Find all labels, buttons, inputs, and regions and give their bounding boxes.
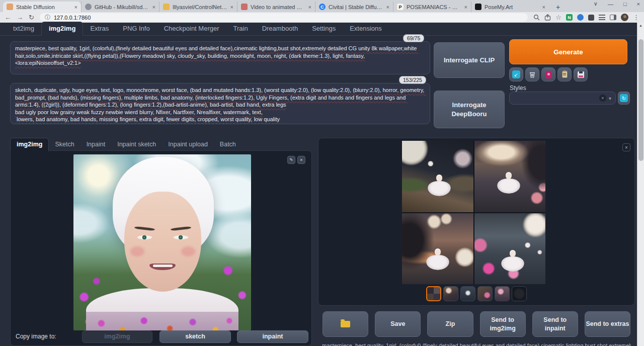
send-to-img2img-button[interactable]: Send to img2img	[480, 311, 526, 337]
paste-generation-params-button[interactable]: ↙	[509, 67, 523, 81]
tab-inpaint[interactable]: Inpaint	[80, 138, 112, 151]
tab-extensions[interactable]: Extensions	[343, 22, 389, 35]
browser-menu-icon[interactable]: ⋮	[633, 14, 639, 21]
gallery-thumbnail[interactable]	[477, 286, 493, 301]
scroll-up-arrow[interactable]: ▲	[639, 24, 642, 27]
new-tab-button[interactable]: +	[553, 2, 563, 12]
extensions-puzzle-icon[interactable]	[588, 15, 594, 21]
gallery-close-icon[interactable]: ×	[622, 143, 630, 151]
source-image[interactable]	[73, 154, 251, 330]
scrollbar-thumb[interactable]	[638, 39, 643, 161]
extra-networks-button[interactable]	[541, 67, 555, 81]
extension-blue-icon[interactable]	[577, 14, 584, 21]
zip-button[interactable]: Zip	[427, 311, 473, 337]
tab-img2img-mode[interactable]: img2img	[10, 138, 49, 151]
send-to-extras-button[interactable]: Send to extras	[585, 311, 630, 337]
tab-close-icon[interactable]: ×	[230, 4, 233, 10]
copy-to-sketch-button[interactable]: sketch	[159, 330, 231, 343]
forward-icon[interactable]: →	[17, 14, 23, 21]
tab-close-icon[interactable]: ×	[386, 4, 389, 10]
tab-settings[interactable]: Settings	[305, 22, 343, 35]
tab-close-icon[interactable]: ×	[74, 4, 77, 10]
tab-extras[interactable]: Extras	[83, 22, 116, 35]
tab-search-icon[interactable]: ∨	[594, 1, 598, 7]
gallery-thumbnail[interactable]	[495, 286, 510, 301]
civitai-favicon: C	[319, 4, 326, 10]
side-panel-icon[interactable]	[610, 15, 616, 20]
styles-clear-icon[interactable]: ×	[599, 95, 606, 102]
interrogate-clip-button[interactable]: Interrogate CLIP	[434, 42, 505, 78]
maximize-button[interactable]: □	[623, 1, 627, 7]
browser-tab-civitai[interactable]: C Civitai | Stable Diffusion model ×	[315, 2, 393, 12]
styles-dropdown[interactable]: × ▾	[509, 92, 616, 105]
browser-tab-stable-diffusion[interactable]: Stable Diffusion ×	[3, 2, 81, 12]
tab-close-icon[interactable]: ×	[464, 4, 467, 10]
img2img-mode-tabs: img2img Sketch Inpaint Inpaint sketch In…	[10, 138, 242, 151]
tab-close-icon[interactable]: ×	[308, 4, 311, 10]
browser-tab-gif-converter[interactable]: Video to animated GIF converter ×	[237, 2, 315, 12]
prompt-textarea[interactable]: masterpiece, best quality, 1girl, (color…	[10, 41, 430, 74]
reading-list-icon[interactable]	[599, 15, 605, 20]
tab-png-info[interactable]: PNG Info	[116, 22, 156, 35]
negative-prompt-textarea[interactable]: sketch, duplicate, ugly, huge eyes, text…	[10, 83, 430, 124]
browser-tab-controlnet[interactable]: Illyasviel/ControlNet at main ×	[159, 2, 237, 12]
tab-title: Video to animated GIF converter	[251, 4, 305, 10]
tab-train[interactable]: Train	[226, 22, 255, 35]
address-bar[interactable]: ⓘ 127.0.0.1:7860	[40, 13, 528, 22]
tab-title: POSEMANIACS - Royalty free 3	[407, 4, 461, 10]
tab-batch[interactable]: Batch	[214, 138, 242, 151]
refresh-icon: ↻	[620, 94, 628, 102]
tab-txt2img[interactable]: txt2img	[6, 22, 41, 35]
save-style-button[interactable]	[574, 67, 588, 81]
tab-title: Illyasviel/ControlNet at main	[173, 4, 227, 10]
reload-icon[interactable]: ↻	[29, 14, 34, 21]
browser-tab-github[interactable]: GitHub - Mikubill/sd-webui-con ×	[81, 2, 159, 12]
controlnet-favicon	[163, 4, 170, 10]
browser-tab-posemaniacs[interactable]: P POSEMANIACS - Royalty free 3 ×	[393, 2, 471, 12]
profile-avatar[interactable]	[621, 14, 628, 21]
remove-image-icon[interactable]: ×	[297, 156, 305, 164]
browser-toolbar: ← → ↻ ⓘ 127.0.0.1:7860 ☆ N ⋮	[0, 12, 644, 23]
share-icon[interactable]	[544, 14, 551, 21]
copy-to-inpaint-button[interactable]: inpaint	[237, 330, 308, 343]
back-icon[interactable]: ←	[5, 14, 11, 21]
tab-img2img[interactable]: img2img	[41, 22, 83, 36]
gallery-thumbnail-strip	[318, 286, 634, 301]
save-button[interactable]: Save	[375, 311, 421, 337]
bookmark-star-icon[interactable]: ☆	[555, 14, 561, 21]
tab-close-icon[interactable]: ×	[542, 4, 545, 10]
open-folder-button[interactable]	[323, 311, 368, 337]
send-to-inpaint-button[interactable]: Send to inpaint	[532, 311, 578, 337]
page-scrollbar[interactable]: ▲	[637, 23, 644, 346]
gallery-thumbnail[interactable]	[443, 286, 458, 301]
tab-inpaint-upload[interactable]: Inpaint upload	[162, 138, 214, 151]
gif-converter-favicon	[241, 4, 248, 10]
tab-inpaint-sketch[interactable]: Inpaint sketch	[111, 138, 162, 151]
apply-styles-button[interactable]	[557, 67, 572, 81]
close-button[interactable]: ×	[637, 1, 640, 7]
gallery-selected-image[interactable]	[402, 141, 545, 284]
browser-tab-posemyart[interactable]: PoseMy.Art ×	[471, 2, 549, 12]
tab-close-icon[interactable]: ×	[152, 4, 155, 10]
zoom-icon[interactable]	[533, 14, 540, 21]
interrogate-deepbooru-button[interactable]: Interrogate DeepBooru	[434, 91, 505, 128]
portrait-floral-collar	[86, 312, 239, 330]
extension-n-icon[interactable]: N	[566, 14, 573, 21]
gallery-thumbnail[interactable]	[512, 286, 527, 301]
clear-prompt-button[interactable]	[525, 67, 539, 81]
portrait-blush	[130, 246, 144, 256]
edit-image-icon[interactable]: ✎	[287, 156, 295, 164]
copy-to-img2img-button[interactable]: img2img	[82, 330, 152, 343]
clipboard-icon	[562, 71, 568, 78]
prompt-tool-row: ↙	[509, 67, 588, 81]
site-info-icon[interactable]: ⓘ	[45, 14, 50, 21]
tab-sketch[interactable]: Sketch	[49, 138, 80, 151]
refresh-styles-button[interactable]: ↻	[618, 92, 630, 105]
minimize-button[interactable]: —	[608, 1, 613, 7]
gallery-thumbnail[interactable]	[426, 286, 441, 301]
tab-checkpoint-merger[interactable]: Checkpoint Merger	[157, 22, 226, 35]
generate-button[interactable]: Generate	[509, 39, 627, 64]
tab-dreambooth[interactable]: Dreambooth	[255, 22, 305, 35]
gallery-thumbnail[interactable]	[460, 286, 475, 301]
chevron-down-icon[interactable]: ▾	[609, 96, 611, 101]
